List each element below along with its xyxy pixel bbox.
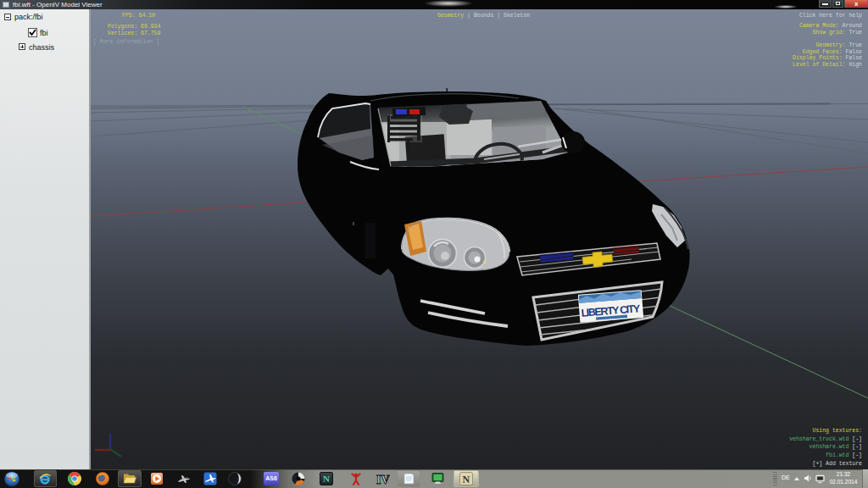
svg-text:IV: IV <box>376 474 390 486</box>
svg-text:N: N <box>463 474 470 485</box>
